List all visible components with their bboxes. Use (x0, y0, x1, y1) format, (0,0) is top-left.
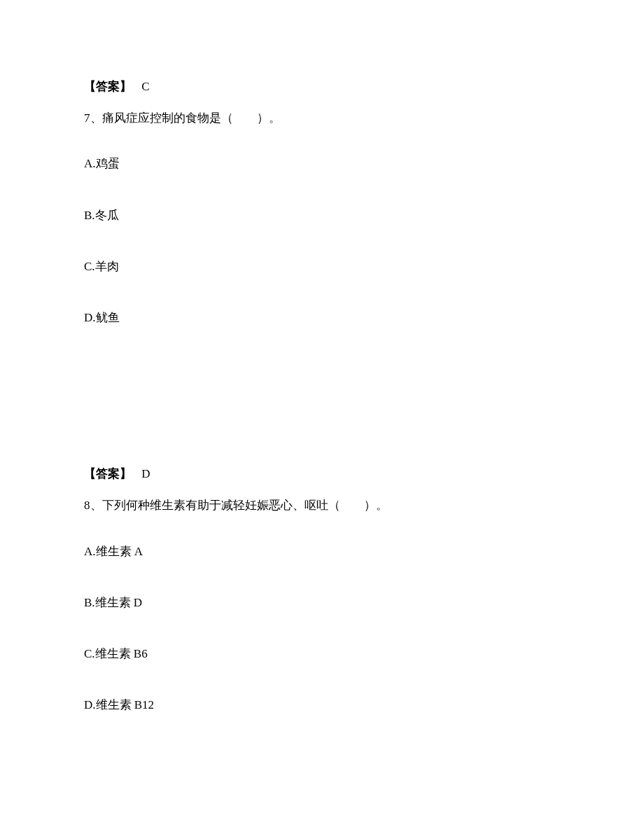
option-8d: D.维生素 B12 (84, 695, 560, 714)
answer-label: 【答案】 (84, 80, 132, 93)
answer-7: 【答案】 D (84, 464, 560, 483)
option-8b: B.维生素 D (84, 593, 560, 612)
question-text: 下列何种维生素有助于减轻妊娠恶心、呕吐（ ）。 (102, 499, 388, 512)
option-8a: A.维生素 A (84, 542, 560, 561)
answer-value: C (141, 80, 149, 93)
option-7a: A.鸡蛋 (84, 154, 560, 173)
option-7b: B.冬瓜 (84, 206, 560, 225)
option-8c: C.维生素 B6 (84, 644, 560, 663)
question-7: 7、痛风症应控制的食物是（ ）。 (84, 109, 560, 127)
answer-prev: 【答案】 C (84, 77, 560, 96)
question-number: 8、 (84, 499, 102, 512)
spacer (84, 359, 560, 464)
spacer (84, 746, 560, 834)
answer-value: D (141, 467, 150, 480)
question-number: 7、 (84, 111, 102, 125)
answer-label: 【答案】 (84, 467, 132, 480)
option-7d: D.鱿鱼 (84, 308, 560, 327)
option-7c: C.羊肉 (84, 257, 560, 276)
question-text: 痛风症应控制的食物是（ ）。 (102, 111, 281, 125)
question-8: 8、下列何种维生素有助于减轻妊娠恶心、呕吐（ ）。 (84, 496, 560, 515)
